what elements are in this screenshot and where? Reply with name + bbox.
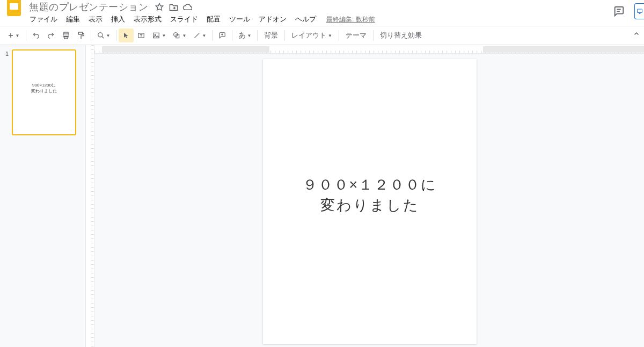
textbox-button[interactable]	[134, 28, 149, 42]
svg-marker-0	[156, 3, 163, 10]
collapse-toolbar-icon[interactable]	[633, 31, 640, 37]
zoom-button[interactable]: ▼	[93, 28, 114, 42]
comments-icon[interactable]	[613, 5, 625, 17]
svg-line-11	[101, 37, 104, 39]
chevron-down-icon: ▼	[202, 33, 207, 38]
print-button[interactable]	[58, 28, 74, 42]
separator	[116, 30, 116, 41]
star-icon[interactable]	[155, 2, 164, 12]
separator	[232, 30, 232, 41]
input-method-button[interactable]: あ ▼	[235, 28, 255, 42]
svg-rect-3	[637, 9, 642, 13]
menu-format[interactable]: 表示形式	[130, 13, 165, 26]
line-button[interactable]: ▼	[189, 28, 210, 42]
thumbnail-number: 1	[5, 49, 9, 135]
menu-edit[interactable]: 編集	[62, 13, 84, 26]
menu-help[interactable]: ヘルプ	[291, 13, 320, 26]
separator	[91, 30, 91, 41]
image-button[interactable]: ▼	[149, 28, 169, 42]
separator	[284, 30, 285, 41]
menu-view[interactable]: 表示	[85, 13, 106, 26]
chevron-down-icon: ▼	[106, 33, 111, 38]
new-slide-button[interactable]: ▼	[3, 28, 24, 42]
menu-insert[interactable]: 挿入	[107, 13, 129, 26]
menu-bar: ファイル 編集 表示 挿入 表示形式 スライド 配置 ツール アドオン ヘルプ …	[0, 13, 644, 26]
canvas-area[interactable]: ９００×１２００に 変わりました	[86, 45, 644, 347]
slides-logo[interactable]	[4, 0, 24, 17]
last-edit-label[interactable]: 最終編集: 数秒前	[326, 15, 375, 24]
chevron-down-icon: ▼	[247, 33, 252, 38]
select-tool-button[interactable]	[119, 28, 134, 42]
vertical-ruler	[86, 45, 94, 347]
chevron-down-icon: ▼	[16, 33, 20, 38]
undo-button[interactable]	[28, 28, 43, 42]
redo-button[interactable]	[43, 28, 58, 42]
chevron-down-icon: ▼	[162, 33, 166, 38]
layout-button[interactable]: レイアウト▼	[287, 28, 336, 42]
toolbar: ▼ ▼ ▼ ▼ ▼ あ ▼ 背景	[0, 26, 644, 45]
menu-slide[interactable]: スライド	[166, 13, 202, 26]
svg-rect-15	[153, 33, 159, 38]
separator	[26, 30, 26, 41]
thumbnail-panel: 1 900×1200に 変わりました	[0, 45, 86, 347]
theme-button[interactable]: テーマ	[341, 28, 371, 42]
menu-tools[interactable]: ツール	[225, 13, 254, 26]
menu-arrange[interactable]: 配置	[203, 13, 224, 26]
move-icon[interactable]	[169, 2, 178, 12]
horizontal-ruler	[94, 45, 644, 54]
thumbnail-text: 変わりました	[31, 89, 57, 95]
slide-title-text[interactable]: ９００×１２００に 変わりました	[263, 175, 477, 216]
cloud-icon[interactable]	[182, 2, 192, 12]
chevron-down-icon: ▼	[328, 33, 332, 38]
slide-canvas[interactable]: ９００×１２００に 変わりました	[263, 59, 477, 344]
menu-addons[interactable]: アドオン	[255, 13, 290, 26]
separator	[373, 30, 374, 41]
slide-text-line: ９００×１２００に	[263, 175, 477, 196]
menu-file[interactable]: ファイル	[26, 13, 61, 26]
comment-button[interactable]	[215, 28, 230, 42]
thumbnail-text: 900×1200に	[32, 83, 56, 89]
present-button[interactable]	[634, 3, 644, 19]
shape-button[interactable]: ▼	[169, 28, 189, 42]
transition-button[interactable]: 切り替え効果	[376, 28, 426, 42]
svg-rect-9	[78, 32, 82, 34]
separator	[339, 30, 339, 41]
separator	[257, 30, 258, 41]
separator	[212, 30, 213, 41]
document-title[interactable]: 無題のプレゼンテーション	[27, 1, 150, 13]
background-button[interactable]: 背景	[260, 28, 282, 42]
svg-point-10	[98, 33, 102, 37]
svg-line-19	[194, 33, 199, 38]
paint-format-button[interactable]	[74, 28, 89, 42]
slide-thumbnail[interactable]: 900×1200に 変わりました	[12, 49, 76, 135]
slide-text-line: 変わりました	[263, 196, 477, 216]
chevron-down-icon: ▼	[182, 33, 187, 38]
